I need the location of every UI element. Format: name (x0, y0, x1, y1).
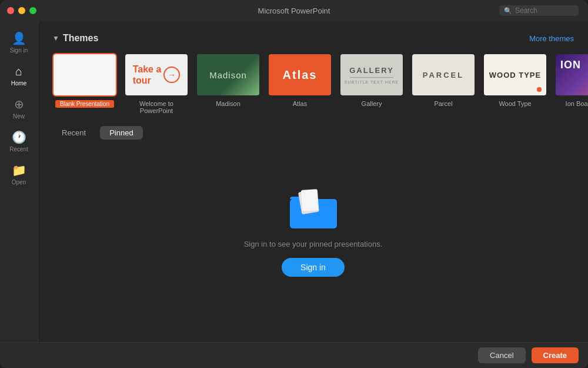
sidebar-label-new: New (13, 113, 25, 120)
sidebar-label-home: Home (11, 80, 27, 87)
minimize-button[interactable] (18, 7, 25, 14)
tour-text-block: Take a tour (133, 64, 162, 86)
parcel-thumb-visual: PARCEL (412, 54, 475, 95)
tab-recent[interactable]: Recent (52, 126, 95, 140)
theme-item-gallery[interactable]: GALLERY SUBTITLE TEXT HERE Gallery (339, 53, 404, 114)
theme-item-blank[interactable]: Blank Presentation (52, 53, 117, 114)
window-controls (7, 7, 36, 14)
parcel-text: PARCEL (423, 71, 464, 79)
theme-thumb-ion: ION (554, 53, 588, 97)
theme-label-parcel: Parcel (434, 100, 452, 107)
chevron-down-icon: ▼ (52, 34, 59, 42)
theme-label-ion: Ion Boardroom (566, 100, 588, 107)
theme-thumb-tour: Take a tour → (124, 53, 189, 97)
open-icon: 📁 (12, 163, 26, 177)
theme-label-woodtype: Wood Type (499, 100, 531, 107)
tabs-row: Recent Pinned (52, 126, 574, 140)
sidebar: 👤 Sign in ⌂ Home ⊕ New 🕐 Recent 📁 Open (0, 21, 38, 342)
sidebar-item-sign-in[interactable]: 👤 Sign in (2, 27, 35, 58)
sidebar-item-recent[interactable]: 🕐 Recent (2, 126, 35, 157)
tour-thumb-visual: Take a tour → (125, 54, 188, 95)
woodtype-text: WOOD TYPE (489, 71, 541, 79)
tour-line1: Take a (133, 64, 162, 75)
svg-rect-2 (300, 189, 318, 211)
theme-item-parcel[interactable]: PARCEL Parcel (411, 53, 476, 114)
theme-label-gallery: Gallery (362, 100, 382, 107)
footer: Cancel Create (0, 342, 588, 368)
close-button[interactable] (7, 7, 14, 14)
gallery-text: GALLERY (349, 66, 394, 75)
woodtype-thumb-visual: WOOD TYPE (484, 54, 546, 95)
content-area: ▼ Themes More themes Blank Presentation … (38, 21, 588, 342)
gallery-subtext: SUBTITLE TEXT HERE (345, 80, 399, 84)
tour-line2: tour (133, 75, 162, 86)
theme-item-madison[interactable]: Madison Madison (196, 53, 260, 114)
search-bar[interactable]: 🔍 (499, 5, 579, 16)
create-button[interactable]: Create (532, 347, 579, 363)
theme-thumb-woodtype: WOOD TYPE (483, 53, 547, 97)
atlas-text: Atlas (283, 68, 318, 82)
theme-item-tour[interactable]: Take a tour → Welcome to PowerPoint (124, 53, 189, 114)
maximize-button[interactable] (29, 7, 36, 14)
themes-section-title: Themes (63, 33, 98, 44)
madison-text: Madison (209, 70, 247, 80)
pinned-empty-state: Sign in to see your pinned presentations… (52, 149, 574, 314)
woodtype-dot (537, 87, 542, 92)
more-themes-link[interactable]: More themes (529, 34, 574, 43)
window-title: Microsoft PowerPoint (258, 6, 330, 15)
themes-header: ▼ Themes More themes (52, 33, 574, 44)
gallery-line (350, 77, 393, 78)
theme-thumb-gallery: GALLERY SUBTITLE TEXT HERE (339, 53, 404, 97)
sidebar-item-open[interactable]: 📁 Open (2, 159, 35, 190)
main-layout: 👤 Sign in ⌂ Home ⊕ New 🕐 Recent 📁 Open ▼… (0, 21, 588, 342)
ion-text: ION (560, 59, 581, 71)
new-icon: ⊕ (14, 97, 24, 111)
theme-item-woodtype[interactable]: WOOD TYPE Wood Type (483, 53, 547, 114)
theme-thumb-blank (52, 53, 117, 97)
theme-item-atlas[interactable]: Atlas Atlas (268, 53, 332, 114)
titlebar: Microsoft PowerPoint 🔍 (0, 0, 588, 21)
sidebar-label-recent: Recent (9, 146, 28, 152)
sidebar-label-sign-in: Sign in (10, 47, 28, 54)
theme-item-ion[interactable]: ION Ion Boardroom (554, 53, 588, 114)
ion-thumb-visual: ION (556, 54, 588, 95)
sign-in-button[interactable]: Sign in (282, 258, 345, 277)
theme-thumb-atlas: Atlas (268, 53, 332, 97)
person-icon: 👤 (12, 31, 26, 45)
pinned-message: Sign in to see your pinned presentations… (244, 240, 383, 248)
theme-label-tour: Welcome to PowerPoint (124, 100, 189, 114)
home-icon: ⌂ (15, 65, 22, 78)
theme-label-blank: Blank Presentation (55, 100, 114, 108)
folder-icon (287, 186, 340, 230)
theme-label-madison: Madison (216, 100, 240, 107)
blank-thumb-visual (54, 54, 116, 95)
recent-icon: 🕐 (12, 130, 26, 144)
theme-label-atlas: Atlas (293, 100, 307, 107)
atlas-thumb-visual: Atlas (269, 54, 331, 95)
sidebar-label-open: Open (12, 179, 26, 185)
theme-thumb-madison: Madison (196, 53, 260, 97)
search-input[interactable] (515, 6, 574, 15)
theme-thumb-parcel: PARCEL (411, 53, 476, 97)
cancel-button[interactable]: Cancel (478, 347, 525, 363)
sidebar-item-new[interactable]: ⊕ New (2, 93, 35, 124)
gallery-thumb-visual: GALLERY SUBTITLE TEXT HERE (340, 54, 403, 95)
tour-arrow-icon: → (163, 67, 180, 83)
themes-title-row: ▼ Themes (52, 33, 98, 44)
madison-thumb-visual: Madison (197, 54, 259, 95)
sidebar-item-home[interactable]: ⌂ Home (2, 60, 35, 91)
search-icon: 🔍 (504, 7, 512, 15)
tab-pinned[interactable]: Pinned (100, 126, 142, 140)
themes-row: Blank Presentation Take a tour → Welcome… (52, 53, 574, 114)
